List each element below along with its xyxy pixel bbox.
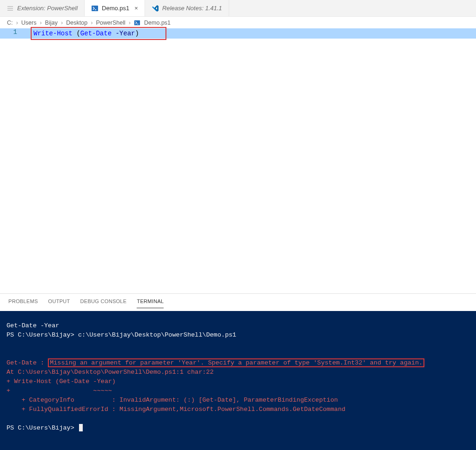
terminal-error-message: Missing an argument for parameter 'Year'… [48, 358, 424, 367]
chevron-right-icon: › [15, 19, 19, 26]
token-paren: ) [135, 30, 139, 37]
code-editor[interactable]: 1 Write-Host (Get-Date -Year) [0, 28, 476, 39]
terminal-line: Get-Date -Year [7, 322, 59, 329]
chevron-right-icon: › [128, 19, 132, 26]
editor-tabs: Extension: PowerShell Demo.ps1 × Release… [0, 0, 476, 17]
terminal-command: c:\Users\Bijay\Desktop\PowerShell\Demo.p… [78, 331, 236, 338]
tab-label: Demo.ps1 [102, 5, 129, 12]
terminal-prompt: PS C:\Users\Bijay> [7, 331, 78, 338]
code-line[interactable]: Write-Host (Get-Date -Year) [0, 28, 476, 39]
panel-tabs: PROBLEMS OUTPUT DEBUG CONSOLE TERMINAL [0, 294, 476, 308]
line-number: 1 [0, 28, 26, 36]
terminal-error-category: + CategoryInfo : InvalidArgument: (:) [G… [7, 397, 338, 404]
terminal-prompt: PS C:\Users\Bijay> [7, 424, 78, 431]
svg-rect-0 [92, 6, 98, 11]
tab-debug-console[interactable]: DEBUG CONSOLE [80, 298, 127, 308]
chevron-right-icon: › [39, 19, 43, 26]
breadcrumb-item[interactable]: Users [20, 20, 38, 26]
bottom-panel: PROBLEMS OUTPUT DEBUG CONSOLE TERMINAL G… [0, 293, 476, 450]
terminal-error-line: + Write-Host (Get-Date -Year) [7, 378, 116, 385]
terminal-error-marker: + ~~~~~ [7, 387, 112, 394]
token-dash: - [115, 30, 119, 37]
breadcrumb[interactable]: C: › Users › Bijay › Desktop › PowerShel… [0, 17, 476, 28]
breadcrumb-item[interactable]: Demo.ps1 [143, 20, 172, 26]
powershell-file-icon [134, 20, 140, 26]
terminal-error-id: + FullyQualifiedErrorId : MissingArgumen… [7, 406, 345, 413]
tab-label: Release Notes: 1.41.1 [162, 5, 222, 12]
terminal-cursor [79, 424, 83, 431]
chevron-right-icon: › [60, 19, 64, 26]
terminal-error-prefix: Get-Date : [7, 359, 48, 366]
token-cmdlet: Write-Host [33, 30, 73, 37]
tab-problems[interactable]: PROBLEMS [8, 298, 38, 308]
tab-output[interactable]: OUTPUT [48, 298, 70, 308]
terminal-error-line: At C:\Users\Bijay\Desktop\PowerShell\Dem… [7, 369, 214, 376]
svg-rect-1 [134, 20, 140, 25]
close-icon[interactable]: × [134, 5, 138, 12]
tab-terminal[interactable]: TERMINAL [137, 298, 164, 308]
menu-icon [7, 5, 14, 12]
tab-label: Extension: PowerShell [17, 5, 78, 12]
tab-release-notes[interactable]: Release Notes: 1.41.1 [145, 0, 229, 16]
token-parameter: Year [119, 30, 135, 37]
chevron-right-icon: › [90, 19, 93, 26]
powershell-file-icon [91, 5, 99, 12]
tab-demo-ps1[interactable]: Demo.ps1 × [85, 0, 145, 16]
token-cmdlet: Get-Date [80, 30, 112, 37]
breadcrumb-item[interactable]: Bijay [44, 20, 59, 26]
breadcrumb-item[interactable]: Desktop [65, 20, 89, 26]
terminal-output[interactable]: Get-Date -Year PS C:\Users\Bijay> c:\Use… [0, 311, 476, 450]
breadcrumb-item[interactable]: C: [6, 20, 14, 26]
token-paren: ( [76, 30, 80, 37]
breadcrumb-item[interactable]: PowerShell [94, 20, 126, 26]
vscode-icon [152, 5, 159, 12]
editor-empty-area[interactable] [0, 39, 476, 293]
tab-extension-powershell[interactable]: Extension: PowerShell [0, 0, 85, 16]
